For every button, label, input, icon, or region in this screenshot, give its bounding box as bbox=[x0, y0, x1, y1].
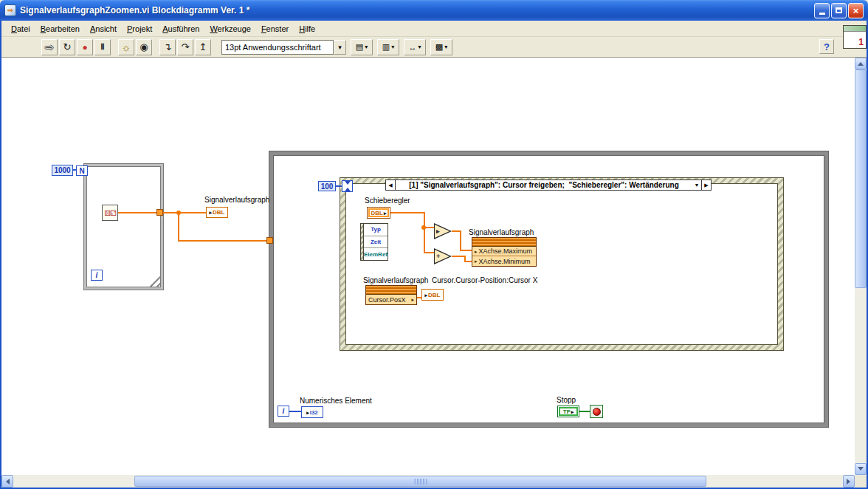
stop-control-terminal[interactable]: TF ▸ bbox=[557, 406, 579, 417]
step-into-button[interactable]: ↴ bbox=[159, 39, 176, 55]
scroll-down-button[interactable] bbox=[855, 463, 867, 475]
slider-control-terminal[interactable]: DBL ▸ bbox=[367, 207, 390, 219]
run-continuous-icon: ↻ bbox=[63, 41, 72, 52]
chevron-down-icon: ▾ bbox=[418, 44, 421, 50]
event-next-button[interactable]: ▶ bbox=[701, 180, 711, 190]
compare-node-icon: ▸ bbox=[436, 228, 440, 235]
wire-branch-down[interactable] bbox=[178, 212, 179, 242]
menu-hilfe[interactable]: Hilfe bbox=[294, 22, 320, 35]
window-title: SignalverlaufsgraphZoomen.vi Blockdiagra… bbox=[20, 5, 813, 16]
wire-iteration[interactable] bbox=[289, 411, 301, 412]
lightbulb-icon: ☼ bbox=[122, 41, 131, 53]
random-number-node[interactable]: ⚄⚁ bbox=[102, 205, 118, 221]
menu-datei[interactable]: Datei bbox=[6, 22, 35, 35]
stop-sign-icon bbox=[593, 408, 601, 416]
compare-node[interactable]: ▸ bbox=[434, 223, 452, 239]
wire-slider-down[interactable] bbox=[424, 212, 425, 253]
wire-add-out[interactable] bbox=[452, 256, 465, 257]
menu-bearbeiten[interactable]: Bearbeiten bbox=[35, 22, 85, 35]
pause-button[interactable]: Ⅱ bbox=[94, 39, 111, 55]
scroll-right-button[interactable] bbox=[843, 475, 855, 488]
scroll-up-button[interactable] bbox=[855, 58, 867, 69]
wire-random-out[interactable] bbox=[118, 212, 156, 213]
run-continuous-button[interactable]: ↻ bbox=[59, 39, 75, 55]
event-data-node[interactable]: Typ Zeit ElemRef bbox=[360, 223, 388, 261]
while-loop-iteration-terminal[interactable]: i bbox=[278, 406, 289, 417]
while-loop-input-tunnel[interactable] bbox=[266, 237, 273, 244]
property-item-cursor-posx[interactable]: Cursor.PosX ▸ bbox=[366, 295, 416, 304]
resize-objects-dropdown[interactable]: ↔ ▾ bbox=[404, 39, 426, 55]
numeric-indicator-terminal[interactable]: ▸ I32 bbox=[301, 406, 323, 418]
chevron-down-icon[interactable]: ▾ bbox=[334, 40, 346, 55]
wire-to-xmin[interactable] bbox=[464, 261, 472, 262]
close-button[interactable]: × bbox=[848, 3, 864, 18]
horizontal-scroll-thumb[interactable] bbox=[134, 476, 706, 487]
labview-icon: ⇨ bbox=[4, 4, 16, 16]
cleanup-diagram-dropdown[interactable]: ▩ ▾ bbox=[430, 39, 452, 55]
timeout-hourglass-icon[interactable] bbox=[342, 180, 353, 192]
step-over-button[interactable]: ↷ bbox=[177, 39, 193, 55]
terminal-type: DBL bbox=[371, 210, 383, 216]
loop-count-terminal[interactable]: N bbox=[76, 165, 88, 176]
block-diagram[interactable]: ◀ [1] "Signalverlaufsgraph": Cursor frei… bbox=[1, 58, 855, 475]
vertical-scroll-thumb[interactable] bbox=[855, 69, 867, 288]
wire-to-xmax[interactable] bbox=[460, 250, 472, 251]
graph-indicator-terminal[interactable]: ▸ DBL bbox=[206, 207, 228, 218]
labview-window: ⇨ SignalverlaufsgraphZoomen.vi Blockdiag… bbox=[0, 0, 868, 489]
for-loop-iteration-terminal[interactable]: i bbox=[91, 270, 103, 281]
step-out-button[interactable]: ↥ bbox=[195, 39, 211, 55]
cursor-property-node[interactable]: Cursor.PosX ▸ bbox=[365, 285, 417, 305]
wire-to-add-node[interactable] bbox=[424, 252, 434, 253]
axis-property-node-label: Signalverlaufsgraph bbox=[469, 228, 534, 236]
abort-button[interactable]: ● bbox=[77, 39, 93, 55]
minimize-button[interactable] bbox=[814, 3, 830, 18]
highlight-execution-button[interactable]: ☼ bbox=[118, 39, 134, 55]
vi-icon-art bbox=[844, 26, 866, 32]
horizontal-scrollbar[interactable] bbox=[1, 475, 855, 488]
terminal-arrow-icon: ▸ bbox=[384, 211, 387, 216]
distribute-objects-dropdown[interactable]: ▥ ▾ bbox=[377, 39, 399, 55]
wire-compare-down[interactable] bbox=[460, 230, 461, 251]
event-case-label: [1] "Signalverlaufsgraph": Cursor freige… bbox=[396, 180, 692, 190]
font-selector[interactable]: 13pt Anwendungsschriftart ▾ bbox=[221, 40, 346, 55]
wire-timeout[interactable] bbox=[336, 185, 342, 187]
scroll-left-button[interactable] bbox=[1, 475, 13, 488]
timeout-constant[interactable]: 100 bbox=[318, 181, 336, 191]
maximize-button[interactable] bbox=[831, 3, 847, 18]
window-frame-left bbox=[0, 21, 1, 488]
event-prev-button[interactable]: ◀ bbox=[386, 180, 396, 190]
for-loop-output-tunnel[interactable] bbox=[156, 209, 163, 216]
property-node-class-bar bbox=[472, 238, 536, 247]
property-item-xmin[interactable]: ▸ XAchse.Minimum bbox=[472, 256, 536, 266]
loop-count-constant[interactable]: 1000 bbox=[52, 165, 73, 176]
menu-werkzeuge[interactable]: Werkzeuge bbox=[204, 22, 255, 35]
align-objects-dropdown[interactable]: ▤ ▾ bbox=[351, 39, 373, 55]
add-node[interactable]: + bbox=[434, 248, 452, 264]
vertical-scrollbar[interactable] bbox=[855, 58, 867, 475]
font-selector-value[interactable]: 13pt Anwendungsschriftart bbox=[221, 40, 334, 55]
vi-icon-button[interactable]: 1 bbox=[843, 25, 867, 49]
event-selector[interactable]: ◀ [1] "Signalverlaufsgraph": Cursor frei… bbox=[385, 179, 712, 191]
property-arrow-icon: ▸ bbox=[475, 249, 478, 254]
loop-condition-terminal[interactable] bbox=[590, 405, 603, 418]
scroll-down-icon bbox=[858, 467, 864, 473]
menu-ausfuehren[interactable]: Ausführen bbox=[157, 22, 204, 35]
menu-projekt[interactable]: Projekt bbox=[122, 22, 157, 35]
help-button[interactable]: ? bbox=[819, 39, 834, 54]
chevron-down-icon[interactable]: ▼ bbox=[692, 180, 701, 190]
run-button[interactable]: ⇨ bbox=[41, 39, 58, 55]
menu-ansicht[interactable]: Ansicht bbox=[85, 22, 122, 35]
wire-to-graph-indicator[interactable] bbox=[163, 212, 206, 213]
wire-slider-out[interactable] bbox=[390, 212, 424, 213]
vi-icon-number: 1 bbox=[858, 37, 864, 47]
property-item-xmax[interactable]: ▸ XAchse.Maximum bbox=[472, 247, 536, 256]
wire-stop[interactable] bbox=[579, 411, 590, 412]
retain-wire-values-button[interactable]: ◉ bbox=[136, 39, 152, 55]
menu-fenster[interactable]: Fenster bbox=[256, 22, 294, 35]
cursor-indicator-terminal[interactable]: ▸ DBL bbox=[421, 289, 444, 301]
event-data-item[interactable]: ElemRef bbox=[364, 248, 388, 260]
wire-branch-right[interactable] bbox=[178, 240, 267, 242]
event-data-item[interactable]: Typ bbox=[364, 224, 388, 236]
axis-property-node[interactable]: ▸ XAchse.Maximum ▸ XAchse.Minimum bbox=[472, 237, 537, 267]
event-data-item[interactable]: Zeit bbox=[364, 236, 388, 249]
